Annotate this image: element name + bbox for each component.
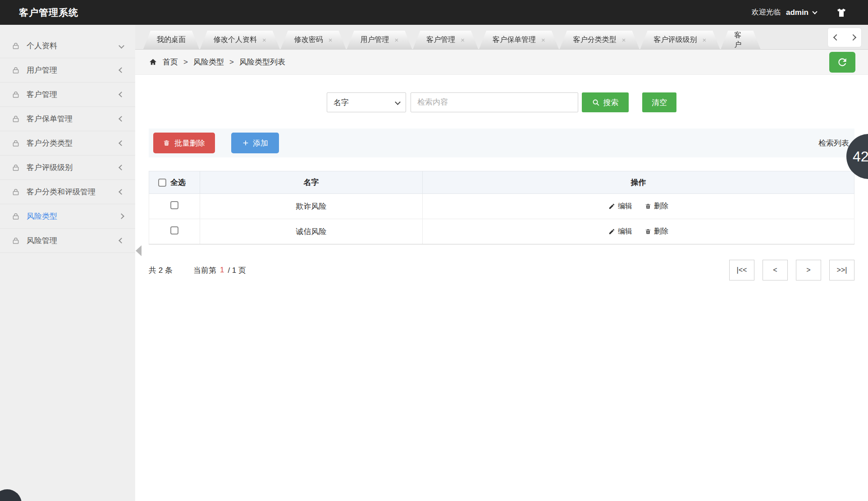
delete-label: 删除 <box>654 227 668 236</box>
sidebar-item-label: 客户保单管理 <box>27 114 119 124</box>
lock-icon <box>12 115 20 123</box>
sidebar-item-class-type[interactable]: 客户分类类型 <box>0 131 135 156</box>
sidebar-item-label: 风险管理 <box>27 235 119 246</box>
tab-customer-mgmt[interactable]: 客户管理 × <box>413 31 478 49</box>
tab-label: 客户评级级别 <box>654 35 697 45</box>
tab-rating-level[interactable]: 客户评级级别 × <box>640 31 720 49</box>
close-icon[interactable]: × <box>329 36 333 44</box>
refresh-button[interactable] <box>829 52 855 73</box>
clear-button-label: 清空 <box>652 97 667 108</box>
edit-link[interactable]: 编辑 <box>608 227 632 236</box>
add-button[interactable]: 添加 <box>231 133 279 153</box>
username[interactable]: admin <box>786 8 809 17</box>
search-input[interactable] <box>411 92 578 112</box>
tab-scroll-left-button[interactable] <box>828 28 845 47</box>
delete-label: 删除 <box>654 202 668 211</box>
refresh-icon <box>836 56 848 68</box>
sidebar: 个人资料 用户管理 客户管理 客户保单管理 客户分类类型 客户评级级别 客户分类… <box>0 25 135 501</box>
tab-user-mgmt[interactable]: 用户管理 × <box>347 31 412 49</box>
close-icon[interactable]: × <box>703 36 707 44</box>
close-icon[interactable]: × <box>262 36 266 44</box>
lock-icon <box>12 66 20 74</box>
close-icon[interactable]: × <box>395 36 399 44</box>
tab-change-password[interactable]: 修改密码 × <box>281 31 346 49</box>
lock-icon <box>12 139 20 147</box>
trash-icon <box>163 139 170 147</box>
breadcrumb-home[interactable]: 首页 <box>163 57 178 67</box>
search-button[interactable]: 搜索 <box>582 92 629 112</box>
delete-link[interactable]: 删除 <box>645 227 668 236</box>
tab-my-desktop[interactable]: 我的桌面 <box>143 31 199 49</box>
chevron-down-icon[interactable] <box>812 9 817 14</box>
add-button-label: 添加 <box>253 138 268 148</box>
tab-scroll-right-button[interactable] <box>845 28 861 47</box>
tab-label: 用户管理 <box>361 35 389 45</box>
pagination: 共 2 条 当前第 1 / 1 页 |<< < > >>| <box>149 260 854 280</box>
select-all-label: 全选 <box>170 177 186 188</box>
select-all-checkbox[interactable] <box>158 179 166 187</box>
lock-icon <box>12 42 20 50</box>
chevron-left-icon <box>119 140 124 146</box>
edit-link[interactable]: 编辑 <box>608 202 632 211</box>
chevron-left-icon <box>119 165 124 170</box>
tab-label: 客户分类类型 <box>573 35 617 45</box>
chevron-left-icon <box>119 238 124 244</box>
close-icon[interactable]: × <box>622 36 626 44</box>
close-icon[interactable]: × <box>461 36 465 44</box>
sidebar-item-policy-mgmt[interactable]: 客户保单管理 <box>0 107 135 131</box>
sidebar-item-label: 客户评级级别 <box>27 162 119 173</box>
table-header-row: 全选 名字 操作 <box>149 171 854 194</box>
row-actions-cell: 编辑 删除 <box>423 219 854 244</box>
plus-icon <box>242 139 249 147</box>
sidebar-item-label: 客户分类和评级管理 <box>27 187 119 197</box>
sidebar-collapse-handle[interactable] <box>136 245 142 256</box>
breadcrumb-level2: 风险类型列表 <box>239 57 285 67</box>
search-row: 名字 搜索 清空 <box>135 92 868 112</box>
row-actions-cell: 编辑 删除 <box>423 194 854 219</box>
batch-delete-button[interactable]: 批量删除 <box>153 133 215 153</box>
tab-edit-profile[interactable]: 修改个人资料 × <box>200 31 280 49</box>
search-field-select[interactable]: 名字 <box>327 92 406 112</box>
breadcrumb: 首页 > 风险类型 > 风险类型列表 <box>135 50 868 75</box>
clear-button[interactable]: 清空 <box>642 92 676 112</box>
sidebar-item-profile[interactable]: 个人资料 <box>0 34 135 58</box>
last-page-button[interactable]: >>| <box>829 260 854 280</box>
current-page-label: 当前第 <box>193 265 216 276</box>
pencil-icon <box>608 203 615 210</box>
sidebar-item-user-mgmt[interactable]: 用户管理 <box>0 58 135 83</box>
tab-label: 修改个人资料 <box>214 35 257 45</box>
tab-bar: 我的桌面 修改个人资料 × 修改密码 × 用户管理 × 客户管理 × 客户保单管… <box>135 25 868 50</box>
breadcrumb-level1[interactable]: 风险类型 <box>193 57 224 67</box>
row-checkbox[interactable] <box>170 226 178 234</box>
next-page-button[interactable]: > <box>796 260 821 280</box>
sidebar-item-class-rating-mgmt[interactable]: 客户分类和评级管理 <box>0 180 135 204</box>
sidebar-item-risk-mgmt[interactable]: 风险管理 <box>0 229 135 253</box>
row-name-cell: 欺诈风险 <box>200 194 423 219</box>
pagination-buttons: |<< < > >>| <box>729 260 854 280</box>
theme-shirt-icon[interactable] <box>836 7 847 18</box>
lock-icon <box>12 212 20 221</box>
sidebar-item-risk-type[interactable]: 风险类型 <box>0 204 135 229</box>
table-row: 欺诈风险 编辑 删除 <box>149 194 854 219</box>
tab-truncated[interactable]: 客户 <box>721 31 760 49</box>
edit-label: 编辑 <box>618 227 632 236</box>
chevron-right-icon <box>119 213 124 219</box>
batch-delete-label: 批量删除 <box>174 138 205 148</box>
row-name-cell: 诚信风险 <box>200 219 423 244</box>
edit-label: 编辑 <box>618 202 632 211</box>
main-content: 我的桌面 修改个人资料 × 修改密码 × 用户管理 × 客户管理 × 客户保单管… <box>135 25 868 501</box>
tab-label: 我的桌面 <box>157 35 186 45</box>
table-row: 诚信风险 编辑 删除 <box>149 219 854 244</box>
sidebar-item-customer-mgmt[interactable]: 客户管理 <box>0 83 135 107</box>
sidebar-item-rating-level[interactable]: 客户评级级别 <box>0 156 135 180</box>
prev-page-button[interactable]: < <box>763 260 788 280</box>
delete-link[interactable]: 删除 <box>645 202 668 211</box>
first-page-button[interactable]: |<< <box>729 260 754 280</box>
home-icon <box>149 58 157 66</box>
close-icon[interactable]: × <box>541 36 545 44</box>
tab-policy-mgmt[interactable]: 客户保单管理 × <box>479 31 559 49</box>
row-checkbox[interactable] <box>170 201 178 209</box>
current-page-number: 1 <box>220 266 224 275</box>
tab-class-type[interactable]: 客户分类类型 × <box>560 31 640 49</box>
welcome-text: 欢迎光临 <box>752 8 781 17</box>
